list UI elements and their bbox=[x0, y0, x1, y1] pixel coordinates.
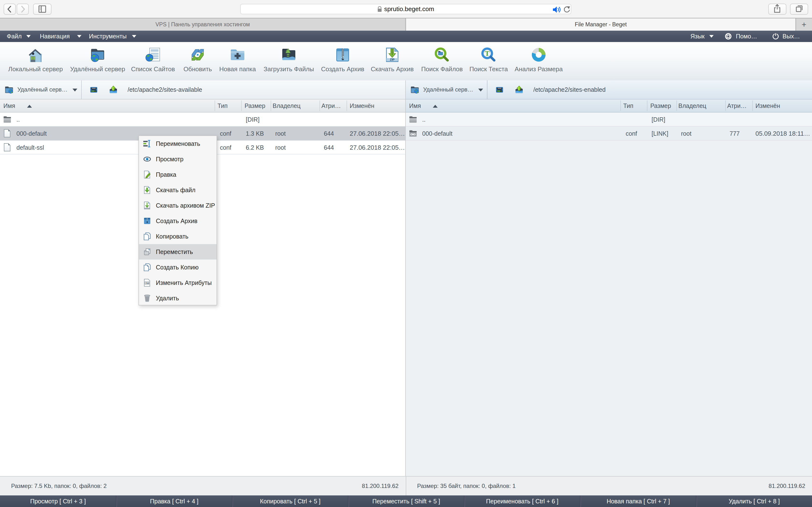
svg-text:T: T bbox=[485, 49, 490, 57]
svg-text:755: 755 bbox=[145, 282, 149, 284]
svg-text:ZIP: ZIP bbox=[390, 58, 394, 61]
